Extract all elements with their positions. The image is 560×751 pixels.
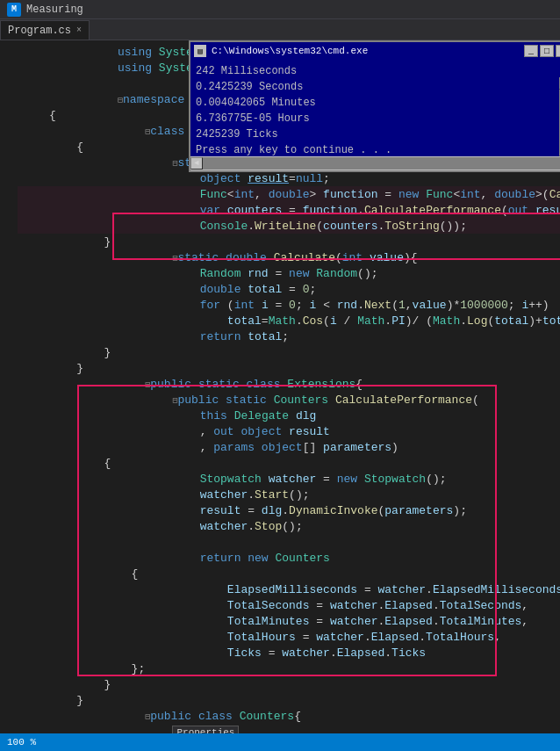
tab-close-button[interactable]: ×: [76, 25, 82, 35]
title-bar: M Measuring: [0, 0, 560, 19]
code-line-40: };: [18, 661, 560, 676]
tab-program-cs[interactable]: Program.cs ×: [0, 20, 90, 40]
app-icon: M: [7, 3, 21, 17]
code-line-33: return new Counters: [18, 550, 560, 566]
cmd-close-button[interactable]: ✕: [556, 45, 560, 57]
cmd-icon: ▤: [194, 45, 206, 57]
cmd-scroll-h-track[interactable]: [203, 157, 560, 170]
cmd-title-bar: ▤ C:\Windows\system32\cmd.exe _ □ ✕: [190, 42, 560, 60]
code-line-41: }: [18, 676, 560, 692]
code-line-19: return total;: [18, 329, 560, 344]
code-line-31: watcher.Stop();: [18, 518, 560, 534]
cmd-line-5: 2425239 Ticks: [196, 126, 391, 142]
main-layout: ▤ C:\Windows\system32\cmd.exe _ □ ✕ 242 …: [0, 40, 560, 733]
tab-label: Program.cs: [8, 25, 71, 37]
code-line-20: }: [18, 344, 560, 360]
status-bar: 100 %: [0, 733, 560, 751]
cmd-minimize-button[interactable]: _: [524, 45, 538, 57]
cmd-bottom-bar: ◄ ►: [190, 156, 560, 170]
cmd-line-1: 242 Milliseconds: [196, 63, 391, 79]
cmd-scroll-left-button[interactable]: ◄: [190, 157, 203, 170]
cmd-line-4: 6.736775E-05 Hours: [196, 111, 391, 126]
cmd-title-label: C:\Windows\system32\cmd.exe: [212, 46, 368, 56]
code-line-12: Console.WriteLine(counters.ToString());: [18, 218, 560, 234]
cmd-controls: _ □ ✕: [524, 45, 560, 57]
cmd-window[interactable]: ▤ C:\Windows\system32\cmd.exe _ □ ✕ 242 …: [189, 40, 560, 172]
left-gutter: [0, 40, 18, 733]
cmd-line-6: Press any key to continue . . .: [196, 142, 391, 156]
code-area[interactable]: ▤ C:\Windows\system32\cmd.exe _ □ ✕ 242 …: [18, 40, 560, 733]
cmd-line-2: 0.2425239 Seconds: [196, 79, 391, 95]
cmd-body: 242 Milliseconds 0.2425239 Seconds 0.004…: [190, 60, 397, 156]
tab-bar: Program.cs ×: [0, 19, 560, 40]
zoom-level: 100 %: [7, 737, 36, 747]
cmd-line-3: 0.004042065 Minutes: [196, 95, 391, 111]
cmd-title-text: ▤ C:\Windows\system32\cmd.exe: [194, 45, 368, 57]
code-line-26: , params object[] parameters): [18, 439, 560, 455]
cmd-restore-button[interactable]: □: [540, 45, 554, 57]
app-title: Measuring: [26, 4, 83, 16]
code-line-39: Ticks = watcher.Elapsed.Ticks: [18, 645, 560, 661]
